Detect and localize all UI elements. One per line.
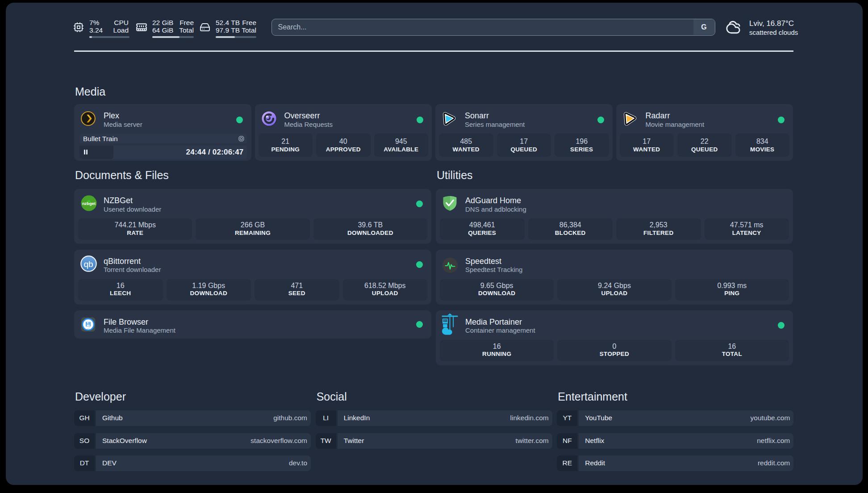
- svg-text:nzbget: nzbget: [82, 201, 95, 206]
- svg-text:qb: qb: [83, 259, 93, 269]
